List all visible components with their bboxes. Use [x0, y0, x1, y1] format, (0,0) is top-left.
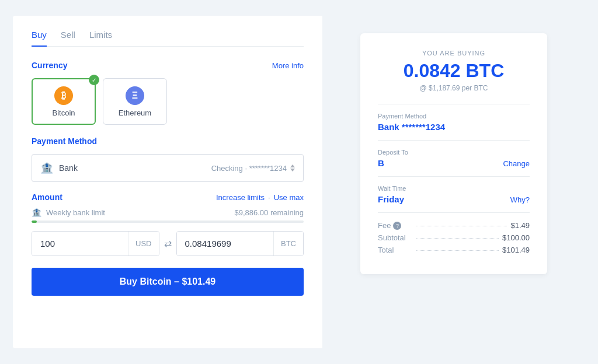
payment-method-row: Payment Method Bank *******1234	[378, 113, 530, 132]
wait-time-value-row: Friday Why?	[378, 194, 530, 204]
payment-label: Payment Method	[32, 136, 304, 146]
amount-label: Amount	[32, 192, 62, 202]
currency-card-btc[interactable]: ✓ ₿ Bitcoin	[32, 78, 96, 125]
bank-limit-text: Weekly bank limit	[46, 208, 230, 217]
subtotal-value: $100.00	[502, 233, 530, 242]
payment-detail: Checking · *******1234	[211, 164, 287, 173]
subtotal-row: Subtotal $100.00	[378, 233, 530, 242]
wait-time-value: Friday	[378, 194, 404, 204]
deposit-to-label: Deposit To	[378, 149, 530, 156]
left-panel: Buy Sell Limits Currency More info ✓ ₿ B…	[13, 16, 322, 348]
divider-4	[378, 212, 530, 213]
dropdown-chevrons	[290, 164, 295, 172]
receipt-btc-amount: 0.0842 BTC	[378, 60, 530, 82]
subtotal-label: Subtotal	[378, 233, 413, 242]
payment-method-row-value: Bank *******1234	[378, 122, 530, 132]
receipt-header: YOU ARE BUYING 0.0842 BTC @ $1,187.69 pe…	[378, 50, 530, 92]
currency-cards: ✓ ₿ Bitcoin Ξ Ethereum	[32, 78, 304, 125]
why-link[interactable]: Why?	[510, 195, 530, 204]
tab-buy[interactable]: Buy	[32, 30, 47, 47]
fee-row: Fee ? $1.49	[378, 221, 530, 230]
btc-label: Bitcoin	[52, 108, 75, 117]
chevron-up-icon	[290, 164, 295, 167]
tab-sell[interactable]: Sell	[61, 30, 75, 47]
main-container: Buy Sell Limits Currency More info ✓ ₿ B…	[13, 16, 585, 348]
progress-bar	[32, 220, 304, 223]
you-are-buying-label: YOU ARE BUYING	[378, 50, 530, 57]
bank-icon: 🏦	[40, 162, 53, 174]
payment-left: 🏦 Bank	[40, 162, 78, 174]
amount-header: Amount Increase limits · Use max	[32, 192, 304, 202]
right-panel: YOU ARE BUYING 0.0842 BTC @ $1,187.69 pe…	[322, 16, 585, 348]
btc-input-group: BTC	[176, 231, 304, 256]
usd-input[interactable]	[32, 232, 128, 256]
total-label: Total	[378, 246, 413, 254]
usd-input-group: USD	[32, 231, 159, 256]
deposit-change-link[interactable]: Change	[503, 159, 530, 168]
swap-icon[interactable]: ⇄	[164, 238, 172, 249]
tab-limits[interactable]: Limits	[89, 30, 112, 47]
progress-fill	[32, 220, 37, 223]
input-row: USD ⇄ BTC	[32, 231, 304, 256]
btc-currency-label: BTC	[273, 232, 303, 256]
bank-limit-row: 🏦 Weekly bank limit $9,886.00 remaining	[32, 208, 304, 217]
fee-dots	[416, 226, 507, 226]
buy-button[interactable]: Buy Bitcoin – $101.49	[32, 268, 304, 296]
more-info-link[interactable]: More info	[272, 61, 304, 70]
selected-check-icon: ✓	[89, 75, 99, 85]
payment-method-row-label: Payment Method	[378, 113, 530, 120]
total-dots	[416, 250, 499, 251]
increase-limits-link[interactable]: Increase limits	[216, 193, 265, 202]
wait-time-label: Wait Time	[378, 185, 530, 192]
deposit-to-value-row: B Change	[378, 158, 530, 168]
chevron-down-icon	[290, 169, 295, 172]
usd-currency-label: USD	[128, 232, 158, 256]
fee-label: Fee ?	[378, 221, 413, 230]
btc-icon: ₿	[54, 86, 73, 105]
fee-info-icon[interactable]: ?	[393, 222, 401, 230]
divider-3	[378, 176, 530, 177]
wait-time-row: Wait Time Friday Why?	[378, 185, 530, 204]
payment-method-name: Bank	[59, 163, 78, 173]
fee-value: $1.49	[510, 221, 530, 230]
total-row: Total $101.49	[378, 246, 530, 254]
payment-right: Checking · *******1234	[211, 164, 295, 173]
receipt-btc-price: @ $1,187.69 per BTC	[378, 84, 530, 92]
divider-1	[378, 104, 530, 104]
payment-dropdown[interactable]: 🏦 Bank Checking · *******1234	[32, 154, 304, 182]
bank-limit-remaining: $9,886.00 remaining	[234, 208, 304, 217]
tabs: Buy Sell Limits	[32, 30, 304, 47]
amount-actions: Increase limits · Use max	[216, 193, 304, 202]
currency-label: Currency	[32, 61, 67, 70]
subtotal-dots	[416, 238, 499, 239]
btc-input[interactable]	[177, 232, 274, 256]
receipt-card: YOU ARE BUYING 0.0842 BTC @ $1,187.69 pe…	[360, 33, 547, 274]
eth-icon: Ξ	[126, 86, 144, 105]
currency-card-eth[interactable]: Ξ Ethereum	[103, 78, 167, 125]
use-max-link[interactable]: Use max	[274, 193, 304, 202]
total-value: $101.49	[502, 246, 530, 254]
eth-label: Ethereum	[119, 108, 151, 117]
currency-section-header: Currency More info	[32, 61, 304, 70]
divider-2	[378, 140, 530, 141]
bank-limit-icon: 🏦	[32, 208, 41, 217]
deposit-to-row: Deposit To B Change	[378, 149, 530, 168]
receipt-fees: Fee ? $1.49 Subtotal $100.00 Total $101.…	[378, 221, 530, 254]
dot-separator: ·	[268, 193, 270, 202]
deposit-to-value: B	[378, 158, 384, 168]
